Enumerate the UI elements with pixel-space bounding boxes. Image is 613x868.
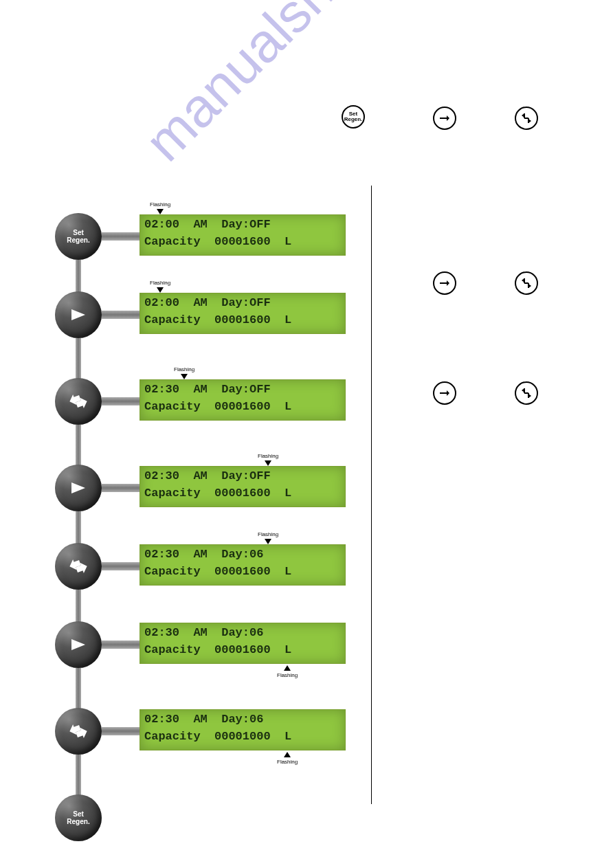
- flashing-label: Flashing: [174, 366, 194, 379]
- arrow-right-icon: [433, 107, 456, 130]
- icon-pair: [433, 271, 538, 295]
- updown-button-icon: [55, 543, 102, 590]
- icon-pair: [433, 107, 538, 130]
- arrow-right-button-icon: [55, 465, 102, 511]
- set-regen-icon: Set Regen.: [342, 105, 365, 129]
- flashing-label: Flashing: [150, 201, 170, 214]
- lcd-display: 02:30 AM Day:06 Capacity 00001600 L: [140, 623, 346, 664]
- lcd-display: 02:30 AM Day:OFF Capacity 00001600 L: [140, 466, 346, 507]
- svg-marker-1: [71, 482, 85, 493]
- svg-marker-0: [71, 309, 85, 320]
- horizontal-connector: [102, 562, 140, 570]
- updown-icon: [515, 381, 538, 405]
- arrow-right-icon: [433, 381, 456, 405]
- lcd-display: 02:00 AM Day:OFF Capacity 00001600 L: [140, 214, 346, 256]
- lcd-display: 02:30 AM Day:06 Capacity 00001000 L: [140, 709, 346, 750]
- updown-icon: [515, 107, 538, 130]
- lcd-display: 02:30 AM Day:06 Capacity 00001600 L: [140, 544, 346, 586]
- arrow-right-button-icon: [55, 621, 102, 668]
- arrow-right-icon: [433, 271, 456, 295]
- horizontal-connector: [102, 641, 140, 649]
- horizontal-connector: [102, 727, 140, 735]
- lcd-display: 02:00 AM Day:OFF Capacity 00001600 L: [140, 293, 346, 334]
- flashing-label: Flashing: [150, 280, 170, 293]
- svg-marker-2: [71, 639, 85, 650]
- flashing-label: Flashing: [277, 752, 298, 765]
- svg-marker-4: [447, 115, 449, 121]
- arrow-right-button-icon: [55, 291, 102, 338]
- updown-button-icon: [55, 708, 102, 755]
- updown-icon: [515, 271, 538, 295]
- flashing-label: Flashing: [258, 453, 278, 466]
- watermark: manualshive.com: [133, 0, 480, 174]
- icon-pair: [433, 381, 538, 405]
- svg-marker-11: [447, 280, 449, 286]
- lcd-display: 02:30 AM Day:OFF Capacity 00001600 L: [140, 379, 346, 421]
- horizontal-connector: [102, 232, 140, 241]
- svg-marker-18: [447, 390, 449, 396]
- flashing-label: Flashing: [258, 531, 278, 544]
- flashing-label: Flashing: [277, 665, 298, 678]
- updown-button-icon: [55, 378, 102, 425]
- horizontal-connector: [102, 397, 140, 405]
- set-regen-top-button: Set Regen.: [342, 105, 365, 129]
- column-divider: [371, 186, 372, 804]
- set-regen-button-icon: SetRegen.: [55, 213, 102, 260]
- set-regen-button-icon: SetRegen.: [55, 794, 102, 841]
- horizontal-connector: [102, 311, 140, 319]
- horizontal-connector: [102, 484, 140, 492]
